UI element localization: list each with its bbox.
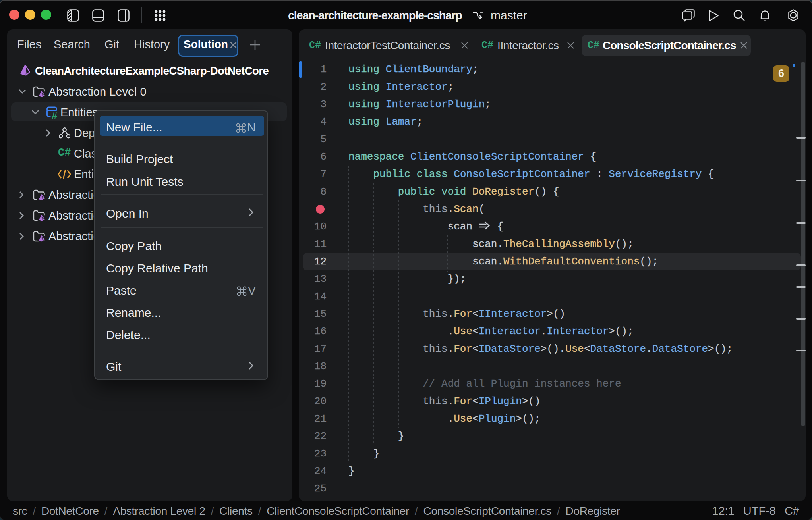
- svg-text:#: #: [52, 110, 58, 119]
